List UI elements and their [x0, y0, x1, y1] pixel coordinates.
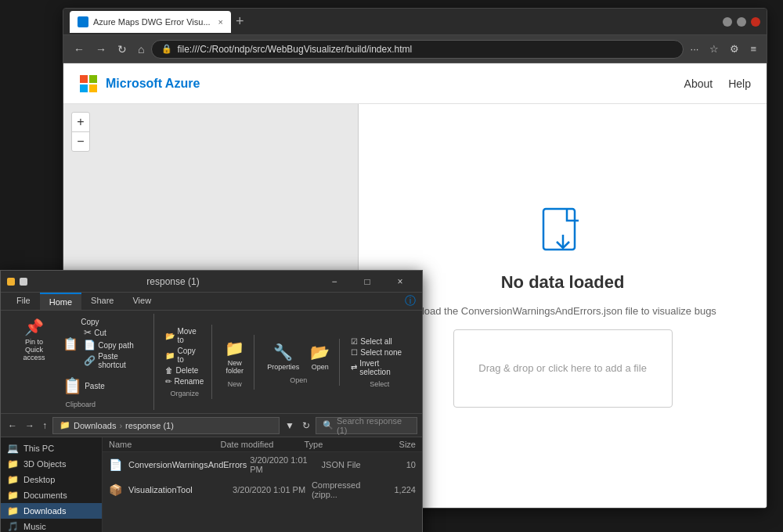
- ribbon-tab-file[interactable]: File: [7, 293, 40, 310]
- copy-to-btn[interactable]: 📁 Copy to: [162, 346, 207, 365]
- sidebar-item-this-pc[interactable]: 💻 This PC: [1, 440, 102, 456]
- cut-btn[interactable]: ✂ Cut: [81, 326, 144, 339]
- invert-selection-btn[interactable]: ⇄ Invert selection: [348, 358, 411, 377]
- select-all-label: Select all: [360, 337, 392, 346]
- open-group: 🔧 Properties 📂 Open Open: [258, 339, 340, 386]
- explorer-address-bar: ← → ↑ 📁 Downloads › response (1) ▼ ↻ 🔍 S…: [1, 414, 422, 437]
- ribbon-tab-share[interactable]: Share: [81, 293, 123, 310]
- open-icon: 📂: [310, 343, 330, 361]
- settings-button[interactable]: ⚙: [726, 41, 743, 57]
- file-name-2: VisualizationTool: [128, 485, 229, 494]
- sidebar-item-3d-objects[interactable]: 📁 3D Objects: [1, 456, 102, 472]
- col-date[interactable]: Date modified: [221, 440, 305, 449]
- paste-icon: 📋: [63, 376, 82, 395]
- this-pc-icon: 💻: [7, 443, 19, 454]
- properties-icon: 🔧: [273, 343, 293, 361]
- copy-btn[interactable]: 📋 Copy ✂ Cut 📄 Copy path: [58, 315, 149, 372]
- delete-btn[interactable]: 🗑 Delete: [162, 365, 207, 376]
- col-type[interactable]: Type: [304, 440, 388, 449]
- explorer-forward-btn[interactable]: →: [23, 419, 37, 433]
- copy-path-btn[interactable]: 📄 Copy path: [81, 339, 144, 351]
- sidebar-item-documents[interactable]: 📁 Documents: [1, 487, 102, 503]
- properties-btn[interactable]: 🔧 Properties: [262, 340, 304, 373]
- 3d-objects-icon: 📁: [7, 458, 19, 469]
- new-tab-button[interactable]: +: [236, 13, 244, 30]
- help-link[interactable]: Help: [728, 77, 751, 90]
- path-text: Downloads: [74, 421, 116, 430]
- organize-group-label: Organize: [171, 390, 200, 397]
- explorer-up-btn[interactable]: ↑: [40, 419, 49, 433]
- pin-to-quick-btn[interactable]: 📌 Pin to Quickaccess: [12, 315, 56, 364]
- ribbon-content: 📌 Pin to Quickaccess 📋 Copy ✂ Cut: [1, 311, 422, 413]
- select-none-btn[interactable]: ☐ Select none: [348, 347, 411, 358]
- no-data-title: No data loaded: [501, 272, 625, 293]
- ribbon-tab-view[interactable]: View: [123, 293, 161, 310]
- table-row[interactable]: 📄 ConversionWarningsAndErrors 3/20/2020 …: [103, 452, 422, 477]
- address-bar[interactable]: 🔒 file:///C:/Root/ndp/src/WebBugVisualiz…: [151, 40, 683, 59]
- browser-titlebar: Azure Maps DWG Error Visu... × +: [63, 9, 767, 35]
- this-pc-label: This PC: [23, 444, 54, 453]
- sidebar-item-music[interactable]: 🎵 Music: [1, 519, 102, 532]
- explorer-back-btn[interactable]: ←: [5, 419, 20, 433]
- browser-tab[interactable]: Azure Maps DWG Error Visu... ×: [70, 11, 231, 33]
- path-bar[interactable]: 📁 Downloads › response (1): [52, 417, 280, 434]
- select-all-btn[interactable]: ☑ Select all: [348, 336, 411, 347]
- rename-icon: ✏: [165, 377, 171, 386]
- refresh-button[interactable]: ↻: [114, 40, 131, 59]
- desktop-label: Desktop: [23, 475, 55, 484]
- back-button[interactable]: ←: [70, 40, 88, 59]
- drop-zone[interactable]: Drag & drop or click here to add a file: [453, 329, 673, 408]
- more-button[interactable]: ···: [687, 41, 703, 57]
- copy-path-label: Copy path: [98, 341, 134, 350]
- copy-path-icon: 📄: [84, 340, 96, 350]
- select-none-label: Select none: [360, 348, 402, 357]
- file-type-2: Compressed (zipp...: [312, 480, 388, 499]
- paste-shortcut-btn[interactable]: 🔗 Paste shortcut: [81, 351, 144, 370]
- sidebar-item-desktop[interactable]: 📁 Desktop: [1, 472, 102, 487]
- browser-toolbar: ← → ↻ ⌂ 🔒 file:///C:/Root/ndp/src/WebBug…: [63, 35, 767, 63]
- path-folder: response (1): [125, 421, 174, 430]
- explorer-close-btn[interactable]: ×: [384, 274, 416, 289]
- cut-icon: ✂: [84, 327, 92, 338]
- search-bar[interactable]: 🔍 Search response (1): [316, 417, 417, 434]
- about-link[interactable]: About: [684, 77, 713, 90]
- tab-close-btn[interactable]: ×: [218, 17, 223, 27]
- rename-label: Rename: [174, 377, 204, 386]
- path-refresh-btn[interactable]: ↻: [300, 419, 312, 433]
- sidebar-item-downloads[interactable]: 📁 Downloads: [1, 503, 102, 519]
- svg-rect-3: [89, 84, 97, 92]
- file-name-1: ConversionWarningsAndErrors: [128, 460, 247, 469]
- win-maximize[interactable]: [737, 17, 746, 27]
- azure-logo-text: Microsoft Azure: [106, 77, 200, 91]
- rename-btn[interactable]: ✏ Rename: [162, 376, 207, 386]
- address-text: file:///C:/Root/ndp/src/WebBugVisualizer…: [177, 44, 412, 55]
- copy-icon: 📋: [63, 336, 78, 351]
- ribbon-help-icon[interactable]: ⓘ: [405, 294, 416, 308]
- documents-label: Documents: [23, 491, 67, 500]
- ribbon-tab-home[interactable]: Home: [40, 293, 81, 310]
- file-size-1: 10: [393, 460, 416, 469]
- zoom-out-button[interactable]: −: [72, 132, 89, 151]
- azure-logo: Microsoft Azure: [79, 74, 200, 93]
- select-group: ☑ Select all ☐ Select none ⇄ Invert sele…: [343, 335, 416, 390]
- menu-button[interactable]: ≡: [746, 41, 760, 57]
- forward-button[interactable]: →: [92, 40, 110, 59]
- move-to-btn[interactable]: 📂 Move to: [162, 326, 207, 345]
- table-row[interactable]: 📦 VisualizationTool 3/20/2020 1:01 PM Co…: [103, 477, 422, 502]
- paste-btn[interactable]: 📋 Paste: [58, 374, 149, 397]
- home-button[interactable]: ⌂: [134, 40, 148, 59]
- win-close[interactable]: [751, 17, 760, 27]
- open-btn[interactable]: 📂 Open: [305, 340, 334, 373]
- svg-rect-1: [89, 75, 97, 83]
- explorer-minimize-btn[interactable]: −: [319, 274, 350, 289]
- explorer-maximize-btn[interactable]: □: [352, 274, 383, 289]
- explorer-sidebar: 💻 This PC 📁 3D Objects 📁 Desktop 📁 Docum…: [1, 437, 103, 532]
- col-size[interactable]: Size: [388, 440, 416, 449]
- zoom-in-button[interactable]: +: [72, 113, 89, 132]
- new-folder-icon: 📁: [225, 339, 244, 358]
- favorites-button[interactable]: ☆: [705, 41, 723, 57]
- path-dropdown-btn[interactable]: ▼: [283, 419, 297, 433]
- win-minimize[interactable]: [723, 17, 732, 27]
- new-folder-btn[interactable]: 📁 Newfolder: [220, 336, 249, 377]
- col-name[interactable]: Name: [109, 440, 221, 449]
